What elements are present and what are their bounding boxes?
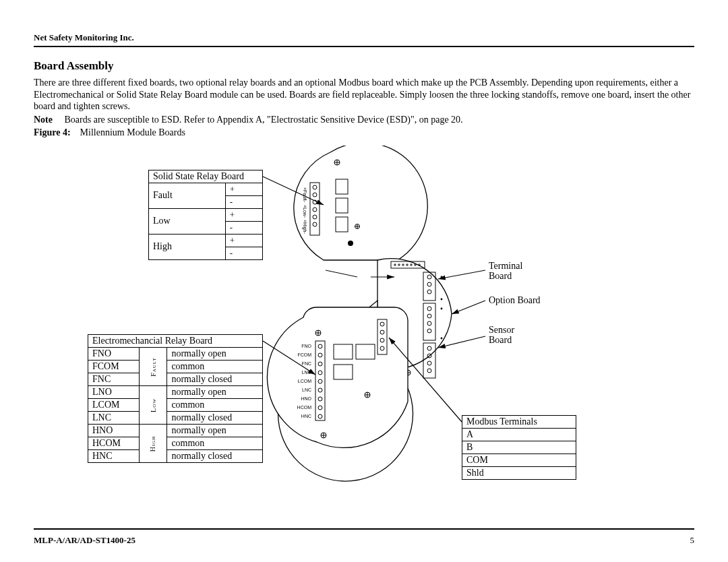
figure-label: Figure 4: (34, 127, 71, 137)
pcb-top-label-fault: +Fault- (303, 187, 307, 203)
leader-terminal (438, 270, 485, 279)
pcb-diagram: +Fault- +Low- +High- (34, 146, 694, 496)
svg-point-42 (441, 337, 443, 339)
svg-point-38 (427, 369, 431, 373)
header-company: Net Safety Monitoring Inc. (34, 32, 694, 43)
leader-option (452, 301, 485, 314)
svg-point-40 (441, 298, 443, 300)
pcb-bottom-board: FNO FCOM FNC LNO LCOM LNC HNO HCOM HNC (267, 301, 413, 481)
svg-point-41 (441, 307, 443, 309)
svg-point-24 (419, 263, 420, 265)
svg-point-37 (427, 361, 431, 365)
callout-terminal-l2: Board (489, 271, 512, 281)
callout-sensor-l2: Board (489, 335, 512, 345)
section-heading: Board Assembly (34, 59, 694, 73)
callout-option: Option Board (489, 295, 541, 305)
emr-pin-6: HNO (301, 396, 311, 401)
emr-pin-8: HNC (301, 414, 311, 418)
footer-page: 5 (690, 535, 695, 546)
para-main: There are three different fixed boards, … (34, 77, 694, 113)
diagram-area: Solid State Relay Board Fault+ - Low+ - … (34, 146, 694, 496)
callout-terminal-l1: Terminal (489, 261, 522, 271)
footer: MLP-A/AR/AD-ST1400-25 5 (34, 535, 694, 546)
pcb-top-label-low: +Low- (303, 205, 307, 218)
para-note: Note Boards are susceptible to ESD. Refe… (34, 114, 694, 126)
pcb-top-board: +Fault- +Low- +High- (294, 146, 427, 260)
emr-pin-3: LNO (302, 370, 312, 375)
emr-pin-2: FNC (302, 361, 311, 366)
pcb-top-label-high: +High- (302, 220, 307, 234)
svg-point-39 (441, 276, 443, 278)
emr-pin-4: LCOM (298, 379, 311, 383)
figure-title: Millennium Module Boards (80, 127, 185, 137)
figure-caption: Figure 4: Millennium Module Boards (34, 127, 694, 139)
leader-sensor (438, 336, 485, 348)
emr-pin-5: LNC (302, 387, 311, 392)
svg-point-13 (348, 241, 353, 246)
footer-rule (34, 528, 694, 530)
footer-docid: MLP-A/AR/AD-ST1400-25 (34, 535, 135, 546)
callout-sensor-l1: Sensor (489, 325, 514, 335)
emr-pin-7: HCOM (297, 405, 312, 410)
emr-pin-1: FCOM (297, 352, 311, 357)
note-body: Boards are susceptible to ESD. Refer to … (65, 115, 463, 125)
header-rule (34, 46, 694, 47)
emr-pin-0: FNO (301, 344, 311, 348)
note-label: Note (34, 115, 53, 125)
leader-header-ext (326, 270, 357, 277)
